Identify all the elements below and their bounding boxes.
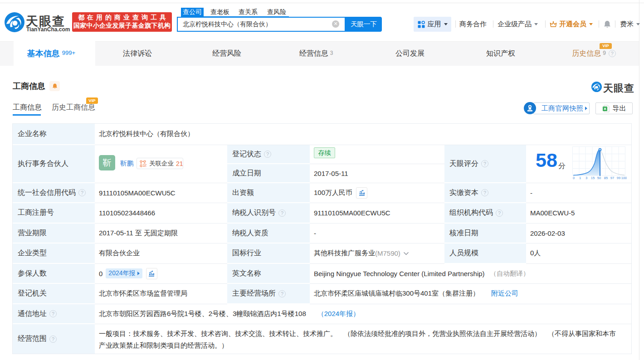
- svg-text:0: 0: [573, 176, 575, 179]
- svg-text:97: 97: [610, 176, 614, 179]
- svg-text:50: 50: [597, 176, 601, 179]
- svg-text:1: 1: [579, 176, 581, 179]
- svg-text:85: 85: [604, 176, 608, 179]
- svg-text:15: 15: [591, 176, 595, 179]
- svg-text:100: 100: [621, 176, 627, 179]
- svg-text:99: 99: [617, 176, 620, 179]
- svg-text:3: 3: [585, 176, 587, 179]
